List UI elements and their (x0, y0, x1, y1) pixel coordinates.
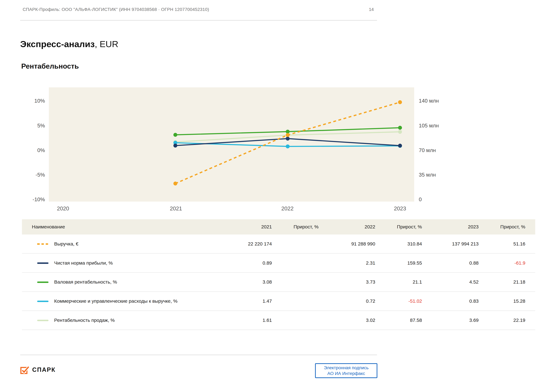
axis-tick: 0% (5, 147, 45, 153)
axis-tick: 70 млн (419, 147, 458, 153)
table-row: Чистая норма прибыли, % 0.89 2.31 159.55… (22, 254, 535, 273)
header-divider (20, 20, 377, 21)
row-name: Рентабельность продаж, % (22, 318, 227, 323)
column-header: 2021 (227, 224, 272, 230)
cell-value: 0.72 (319, 299, 375, 304)
cell-value: 15.28 (479, 299, 525, 304)
footer-divider (20, 355, 377, 355)
left-axis-ticks: 10% 5% 0% -5% -10% (5, 98, 45, 202)
table-header-row: Наименование 2021 Прирост, % 2022 Прирос… (22, 219, 535, 235)
page-title: Экспресс-анализ, EUR (20, 39, 118, 49)
column-header: 2022 (319, 224, 375, 230)
metrics-table: Наименование 2021 Прирост, % 2022 Прирос… (22, 219, 535, 330)
axis-tick: 5% (5, 122, 45, 128)
cell-value: 91 288 990 (319, 241, 375, 247)
cell-value: 3.02 (319, 318, 375, 323)
series-swatch-sales-margin (37, 320, 49, 321)
spark-logo: СПАРК (20, 366, 56, 374)
cell-value: 137 994 213 (422, 241, 479, 247)
row-label: Выручка, € (54, 241, 78, 247)
cell-value: 1.47 (227, 299, 272, 304)
spark-logo-text: СПАРК (32, 366, 56, 373)
x-axis-tick: 2021 (170, 206, 182, 212)
signature-line2: АО ИА Интерфакс (327, 371, 365, 376)
column-header: Наименование (22, 224, 227, 230)
row-name: Чистая норма прибыли, % (22, 260, 227, 266)
cell-value: 0.83 (422, 299, 479, 304)
page-title-suffix: , EUR (95, 39, 118, 49)
page-title-main: Экспресс-анализ (20, 39, 95, 49)
axis-tick: -10% (5, 196, 45, 202)
cell-value: 22 220 174 (227, 241, 272, 247)
row-label: Валовая рентабельность, % (54, 279, 117, 285)
table-row: Выручка, € 22 220 174 91 288 990 310.84 … (22, 235, 535, 254)
cell-value: 3.73 (319, 279, 375, 285)
row-label: Чистая норма прибыли, % (54, 260, 113, 266)
x-axis-tick: 2020 (57, 206, 69, 212)
cell-value: 159.55 (375, 260, 422, 266)
signature-line1: Электронная подпись (324, 365, 369, 371)
row-label: Коммерческие и управленческие расходы к … (54, 299, 177, 304)
cell-value: 51.16 (479, 241, 525, 247)
column-header: Прирост, % (479, 224, 525, 230)
column-header: 2023 (422, 224, 479, 230)
cell-value: 3.69 (422, 318, 479, 323)
cell-value: 87.58 (375, 318, 422, 323)
cell-value: 4.52 (422, 279, 479, 285)
row-name: Валовая рентабельность, % (22, 279, 227, 285)
spark-logo-icon (20, 366, 29, 374)
x-axis-tick: 2023 (394, 206, 406, 212)
electronic-signature-button[interactable]: Электронная подпись АО ИА Интерфакс (315, 363, 377, 378)
cell-value: 2.31 (319, 260, 375, 266)
profitability-chart (49, 87, 414, 202)
cell-value: 21.18 (479, 279, 525, 285)
cell-value: -61.9 (479, 260, 525, 266)
report-page: СПАРК-Профиль: ООО "АЛЬФА-ЛОГИСТИК" (ИНН… (0, 0, 555, 392)
axis-tick: 0 (419, 196, 458, 202)
cell-value: 310.84 (375, 241, 422, 247)
axis-tick: 140 млн (419, 98, 458, 104)
chart-canvas (49, 87, 414, 202)
right-axis-ticks: 140 млн 105 млн 70 млн 35 млн 0 (419, 98, 458, 202)
page-number: 14 (369, 7, 374, 12)
table-row: Коммерческие и управленческие расходы к … (22, 292, 535, 311)
cell-value: -51.02 (375, 299, 422, 304)
cell-value: 3.08 (227, 279, 272, 285)
cell-value: 22.19 (479, 318, 525, 323)
axis-tick: 10% (5, 98, 45, 104)
row-name: Выручка, € (22, 241, 227, 247)
axis-tick: -5% (5, 172, 45, 178)
table-row: Валовая рентабельность, % 3.08 3.73 21.1… (22, 273, 535, 292)
section-title: Рентабельность (21, 62, 79, 70)
document-header-title: СПАРК-Профиль: ООО "АЛЬФА-ЛОГИСТИК" (ИНН… (23, 7, 209, 12)
series-swatch-net-margin (37, 262, 49, 264)
scaled-stage: СПАРК-Профиль: ООО "АЛЬФА-ЛОГИСТИК" (ИНН… (0, 0, 555, 392)
axis-tick: 105 млн (419, 122, 458, 128)
series-swatch-expenses (37, 300, 49, 302)
x-axis-tick: 2022 (281, 206, 293, 212)
cell-value: 0.88 (422, 260, 479, 266)
row-name: Коммерческие и управленческие расходы к … (22, 299, 227, 304)
cell-value: 21.1 (375, 279, 422, 285)
column-header: Прирост, % (375, 224, 422, 230)
table-row: Рентабельность продаж, % 1.61 3.02 87.58… (22, 311, 535, 330)
column-header: Прирост, % (272, 224, 319, 230)
row-label: Рентабельность продаж, % (54, 318, 115, 323)
series-swatch-gross-margin (37, 281, 49, 283)
series-swatch-revenue (37, 243, 49, 244)
axis-tick: 35 млн (419, 172, 458, 178)
cell-value: 1.61 (227, 318, 272, 323)
cell-value: 0.89 (227, 260, 272, 266)
